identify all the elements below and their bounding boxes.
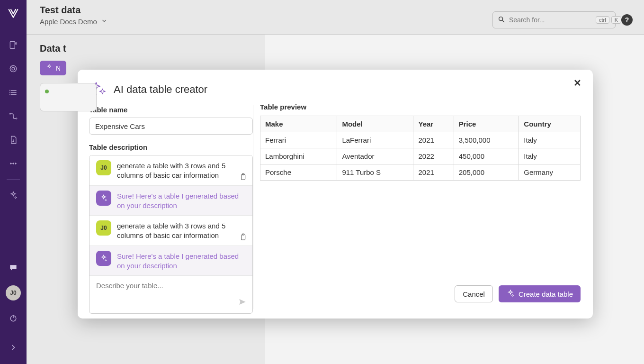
ai-message: Sure! Here's a table I generated based o… — [89, 246, 252, 276]
kbd-ctrl: ctrl — [596, 16, 609, 24]
svg-point-17 — [499, 17, 503, 20]
main-area: Test data Apple Docs Demo ctrl K ? — [27, 0, 644, 364]
message-text: generate a table with 3 rows and 5 colum… — [117, 220, 246, 241]
message-text: Sure! Here's a table I generated based o… — [117, 251, 246, 271]
svg-point-8 — [9, 92, 10, 93]
table-desc-label: Table description — [89, 143, 253, 151]
table-cell: 2021 — [413, 132, 454, 148]
expand-sidebar-icon[interactable] — [4, 338, 23, 357]
table-cell: Aventador — [337, 148, 413, 164]
table-row: FerrariLaFerrari20213,500,000Italy — [260, 132, 581, 148]
table-cell: 2022 — [413, 148, 454, 164]
svg-point-13 — [13, 163, 14, 164]
sparkle-icon — [45, 64, 53, 73]
create-data-table-button[interactable]: Create data table — [499, 285, 581, 302]
message-text: generate a table with 3 rows and 5 colum… — [117, 160, 246, 181]
svg-rect-21 — [242, 235, 245, 240]
new-table-button[interactable]: N — [40, 61, 66, 75]
table-cell: Italy — [519, 132, 581, 148]
search-icon — [498, 16, 505, 25]
help-button[interactable]: ? — [621, 14, 633, 26]
nav-item-file[interactable] — [4, 130, 23, 149]
table-row: LamborghiniAventador2022450,000Italy — [260, 148, 581, 164]
svg-point-3 — [12, 67, 15, 70]
chevron-down-icon — [101, 18, 107, 26]
svg-rect-20 — [242, 173, 244, 175]
clipboard-icon[interactable] — [239, 173, 247, 182]
svg-point-1 — [15, 43, 17, 44]
nav-item-flow[interactable] — [4, 107, 23, 126]
left-sidebar: J0 — [0, 0, 27, 364]
chat-container: J0generate a table with 3 rows and 5 col… — [89, 155, 253, 314]
column-header: Price — [454, 116, 519, 132]
send-icon[interactable] — [238, 298, 247, 309]
compose-input[interactable] — [96, 282, 246, 307]
message-text: Sure! Here's a table I generated based o… — [117, 191, 246, 211]
search-shortcut: ctrl K — [596, 16, 621, 24]
table-header-row: MakeModelYearPriceCountry — [260, 116, 581, 132]
nav-item-more[interactable] — [4, 154, 23, 173]
table-card[interactable] — [40, 83, 97, 111]
svg-rect-22 — [242, 234, 244, 235]
column-header: Country — [519, 116, 581, 132]
kbd-k: K — [611, 16, 621, 24]
svg-rect-0 — [10, 42, 15, 49]
user-message: J0generate a table with 3 rows and 5 col… — [89, 155, 252, 186]
project-selector[interactable]: Apple Docs Demo — [40, 18, 107, 26]
table-cell: 3,500,000 — [454, 132, 519, 148]
chat-bubble-icon[interactable] — [4, 258, 23, 277]
user-avatar[interactable]: J0 — [6, 285, 21, 300]
pane-divider — [253, 105, 253, 309]
svg-point-7 — [9, 90, 10, 91]
user-message: J0generate a table with 3 rows and 5 col… — [89, 216, 252, 246]
app-logo — [7, 7, 20, 20]
clipboard-icon[interactable] — [239, 233, 247, 243]
svg-point-14 — [15, 163, 17, 164]
ai-badge — [96, 251, 111, 266]
table-cell: LaFerrari — [337, 132, 413, 148]
sidebar-bottom: J0 — [0, 256, 27, 359]
chat-messages: J0generate a table with 3 rows and 5 col… — [89, 155, 252, 276]
svg-point-12 — [10, 163, 12, 164]
table-cell: Ferrari — [260, 132, 337, 148]
user-badge: J0 — [96, 160, 111, 175]
svg-rect-19 — [242, 174, 245, 180]
table-cell: Porsche — [260, 164, 337, 181]
svg-line-18 — [502, 20, 504, 22]
compose-area — [89, 276, 252, 313]
content-area: Data t N ✕ — [27, 34, 644, 364]
table-cell: 911 Turbo S — [337, 164, 413, 181]
project-name: Apple Docs Demo — [40, 18, 97, 26]
section-heading: Data t — [40, 43, 631, 54]
cancel-button[interactable]: Cancel — [455, 285, 493, 302]
table-cell: 450,000 — [454, 148, 519, 164]
ai-message: Sure! Here's a table I generated based o… — [89, 186, 252, 216]
table-row: Porsche911 Turbo S2021205,000Germany — [260, 164, 581, 181]
nav-item-target[interactable] — [4, 59, 23, 78]
nav-group — [0, 33, 27, 207]
nav-item-tests[interactable] — [4, 36, 23, 55]
search-input[interactable] — [509, 16, 592, 24]
table-cell: Germany — [519, 164, 581, 181]
power-icon[interactable] — [4, 309, 23, 328]
global-search[interactable]: ctrl K — [492, 11, 616, 28]
status-dot — [45, 90, 49, 93]
table-name-input[interactable] — [89, 118, 253, 135]
column-header: Model — [337, 116, 413, 132]
modal-right-pane: Table preview MakeModelYearPriceCountryF… — [260, 103, 593, 314]
nav-item-sparkle[interactable] — [4, 186, 23, 205]
svg-point-9 — [9, 94, 10, 95]
topbar: Test data Apple Docs Demo ctrl K ? — [27, 0, 644, 34]
nav-item-list[interactable] — [4, 83, 23, 102]
table-cell: 205,000 — [454, 164, 519, 181]
column-header: Year — [413, 116, 454, 132]
create-button-label: Create data table — [519, 290, 573, 298]
modal-footer: Cancel Create data table — [260, 282, 581, 314]
user-badge: J0 — [96, 220, 111, 236]
modal-left-pane: Table name Table description J0generate … — [78, 103, 253, 314]
sparkle-icon — [506, 289, 515, 299]
sidebar-divider — [7, 179, 20, 180]
table-cell: 2021 — [413, 164, 454, 181]
page-title: Test data — [40, 5, 107, 16]
preview-table: MakeModelYearPriceCountryFerrariLaFerrar… — [260, 116, 581, 181]
